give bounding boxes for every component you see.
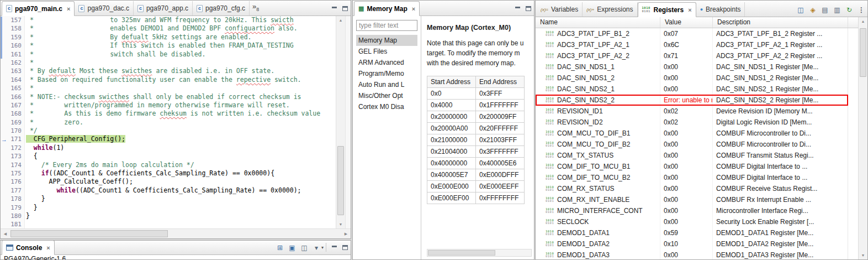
code-line[interactable]: * NOTE:- checksum swicthes shall only be… — [26, 93, 336, 101]
code-line[interactable]: * — [26, 59, 336, 67]
code-line[interactable]: * Based on required functionality user c… — [26, 76, 336, 84]
register-row[interactable]: 10100101COM_DIF_TO_MCU_B20x00COMBUF Digi… — [536, 172, 848, 183]
column-header-value[interactable]: Value — [660, 17, 713, 28]
code-line[interactable]: while(1) — [26, 144, 336, 152]
code-line[interactable]: } — [26, 195, 336, 203]
register-row[interactable]: 10100101REVISION_ID20x02Digital Logic Re… — [536, 117, 848, 128]
maximize-button[interactable] — [340, 3, 350, 14]
pin-view-icon[interactable]: ◈ — [807, 4, 818, 15]
register-row[interactable]: 10100101DAC_SIN_NDS1_20x00DAC_SIN_NDS1_2… — [536, 72, 848, 84]
code-line[interactable]: * written/programmed in memory otherwise… — [26, 101, 336, 110]
new-register-group-icon[interactable]: ▤ — [819, 4, 830, 15]
code-line[interactable]: } — [26, 212, 336, 220]
code-line[interactable]: if((ADC_Count1 & Coefficients_Calc_Sampl… — [26, 169, 336, 178]
scrollbar-thumb[interactable] — [428, 250, 495, 256]
minimize-button[interactable] — [329, 3, 339, 14]
code-line[interactable]: * zero. — [26, 118, 336, 127]
register-row[interactable]: 10100101COM_MCU_TO_DIF_B10x00COMBUF Micr… — [536, 128, 848, 139]
code-line[interactable]: } — [26, 204, 336, 212]
register-row[interactable]: 10100101COM_MCU_TO_DIF_B20x00COMBUF Micr… — [536, 139, 848, 150]
close-icon[interactable]: × — [46, 245, 50, 251]
code-line[interactable]: while((ADC_Count1 & Coefficients_Calc_Sa… — [26, 186, 336, 195]
tab-console[interactable]: Console × — [2, 240, 55, 255]
memory-map-nav-item[interactable]: Memory Map — [356, 35, 417, 46]
scrollbar-thumb[interactable] — [10, 230, 168, 237]
memory-map-row[interactable]: 0x210040000x3FFFFFFF — [427, 146, 525, 158]
tab-breakpoints[interactable]: ●Breakpoints — [696, 2, 745, 17]
code-line[interactable]: * By defualt 5kHz settings are enabled. — [26, 33, 336, 41]
tab-expressions[interactable]: (x)+Expressions — [583, 2, 637, 17]
register-row[interactable]: 10100101DEMOD1_DATA10x59DEMOD1_DATA1 Reg… — [536, 227, 848, 238]
scroll-left-icon[interactable]: ◀ — [1, 229, 10, 238]
register-row[interactable]: 10100101ADC3_PTAT_LPF_B1_20x07ADC3_PTAT_… — [536, 28, 848, 39]
code-line[interactable]: * If this switch is enabled then FRAM_DA… — [26, 41, 336, 50]
code-line[interactable]: /* Every 2ms do main loop calculation */ — [26, 161, 336, 169]
column-header-description[interactable]: Description — [713, 17, 848, 28]
memory-map-nav-item[interactable]: Misc/Other Opt — [356, 90, 417, 101]
editor-vertical-scrollbar[interactable]: ▲ ▼ — [336, 16, 345, 228]
register-row[interactable]: 10100101COM_RX_STATUS0x00COMBUF Receive … — [536, 183, 848, 194]
editor-tab-pga970_cfg-c[interactable]: cpga970_cfg.c — [193, 1, 250, 15]
maximize-button[interactable] — [523, 3, 533, 14]
close-icon[interactable]: × — [412, 6, 415, 12]
column-header-end-address[interactable]: End Address — [476, 76, 525, 88]
register-row[interactable]: 10100101REVISION_ID10x02Device Revision … — [536, 106, 848, 117]
display-console-icon[interactable]: ▣ — [287, 242, 298, 253]
memory-map-row[interactable]: 0x400000000x400005E6 — [427, 158, 525, 169]
memory-map-row[interactable]: 0x40000x1FFFFFFF — [427, 100, 525, 111]
code-area[interactable]: * to 325mv and WFM frequency to 20kHz. T… — [25, 16, 336, 228]
memory-map-nav-item[interactable]: ARM Advanced — [356, 57, 417, 68]
minimize-button[interactable] — [512, 3, 522, 14]
editor-tab-pga970_app-c[interactable]: cpga970_app.c — [134, 1, 193, 15]
code-line[interactable]: { — [26, 152, 336, 160]
editor-tab-pga970_dac-c[interactable]: cpga970_dac.c — [75, 1, 133, 15]
memory-map-nav-item[interactable]: Auto Run and L — [356, 79, 417, 90]
memory-map-row[interactable]: 0xE000E0000xE000EEFF — [427, 181, 525, 193]
register-row[interactable]: 10100101COM_TX_STATUS0x00COMBUF Transmit… — [536, 150, 848, 161]
view-menu-icon[interactable]: ⋮ — [856, 4, 867, 15]
register-row[interactable]: 10100101ADC3_PTAT_LPF_A2_20x71ADC3_PTAT_… — [536, 50, 848, 61]
filter-input[interactable] — [356, 20, 417, 31]
register-row[interactable]: 10100101DAC_SIN_NDS1_10x00DAC_SIN_NDS1_1… — [536, 61, 848, 72]
code-line[interactable]: * — [26, 84, 336, 92]
close-icon[interactable]: × — [67, 6, 70, 12]
pin-console-icon[interactable]: ◫ — [299, 242, 310, 253]
memory-map-nav-item[interactable]: GEL Files — [356, 46, 417, 57]
code-line[interactable]: APP_Calculate_Coeff(); — [26, 178, 336, 186]
memory-map-nav-item[interactable]: Cortex M0 Disa — [356, 101, 417, 112]
code-line[interactable]: */ — [26, 127, 336, 135]
memory-map-row[interactable]: 0x210000000x21003FFF — [427, 134, 525, 146]
code-line[interactable]: * enables DEMOD1 and DEMOD2 BPF configua… — [26, 24, 336, 33]
code-line[interactable]: * switch shall be disabled. — [26, 50, 336, 59]
scroll-down-icon[interactable]: ▼ — [336, 220, 345, 228]
refresh-icon[interactable]: ↻ — [844, 4, 855, 15]
editor-overflow-chevron[interactable]: »8 — [252, 2, 259, 12]
column-header-start-address[interactable]: Start Address — [427, 76, 476, 88]
code-line[interactable]: * By defualt Most these swicthes are dis… — [26, 67, 336, 75]
register-row[interactable]: 10100101DEMOD1_DATA30x00DEMOD1_DATA3 Reg… — [536, 249, 848, 259]
chevron-down-icon[interactable]: ▾ — [321, 245, 324, 250]
memory-map-row[interactable]: 0x400005E70xE000DFFF — [427, 169, 525, 181]
editor-tab-pga970_main-c[interactable]: cpga970_main.c× — [2, 1, 75, 16]
export-registers-icon[interactable]: ▥ — [832, 4, 843, 15]
memory-map-row[interactable]: 0xE000EF000xFFFFFFFF — [427, 193, 525, 204]
register-row[interactable]: 10100101ADC3_PTAT_LPF_A2_10x6CADC3_PTAT_… — [536, 39, 848, 50]
close-icon[interactable]: × — [688, 7, 691, 13]
tab-variables[interactable]: (x)=Variables — [537, 2, 583, 17]
code-line[interactable]: CFG_Peripheral_Config(); — [26, 135, 336, 143]
memory-map-row[interactable]: 0x200000000x200009FF — [427, 111, 525, 123]
scroll-up-icon[interactable]: ▲ — [336, 16, 345, 24]
registers-vertical-scrollbar[interactable]: ▲ ▼ — [858, 17, 867, 259]
minimize-button[interactable] — [329, 242, 339, 253]
register-row[interactable]: 10100101DAC_SIN_NDS2_2Error: unable to r… — [536, 95, 848, 106]
code-line[interactable] — [26, 220, 336, 228]
register-row[interactable]: 10100101DEMOD1_DATA20x10DEMOD1_DATA2 Reg… — [536, 238, 848, 249]
register-row[interactable]: 10100101COM_RX_INT_ENABLE0x00COMBUF Rx I… — [536, 194, 848, 205]
memory-map-row[interactable]: 0x20000A000x20FFFFFF — [427, 123, 525, 134]
maximize-button[interactable] — [340, 242, 350, 253]
code-line[interactable]: * As this is demo firmware cheksum is no… — [26, 110, 336, 118]
register-row[interactable]: 10100101COM_DIF_TO_MCU_B10x00COMBUF Digi… — [536, 161, 848, 172]
memory-map-row[interactable]: 0x00x3FFF — [427, 88, 525, 100]
memory-map-horizontal-scrollbar[interactable] — [427, 249, 532, 257]
column-header-name[interactable]: Name — [536, 17, 660, 28]
